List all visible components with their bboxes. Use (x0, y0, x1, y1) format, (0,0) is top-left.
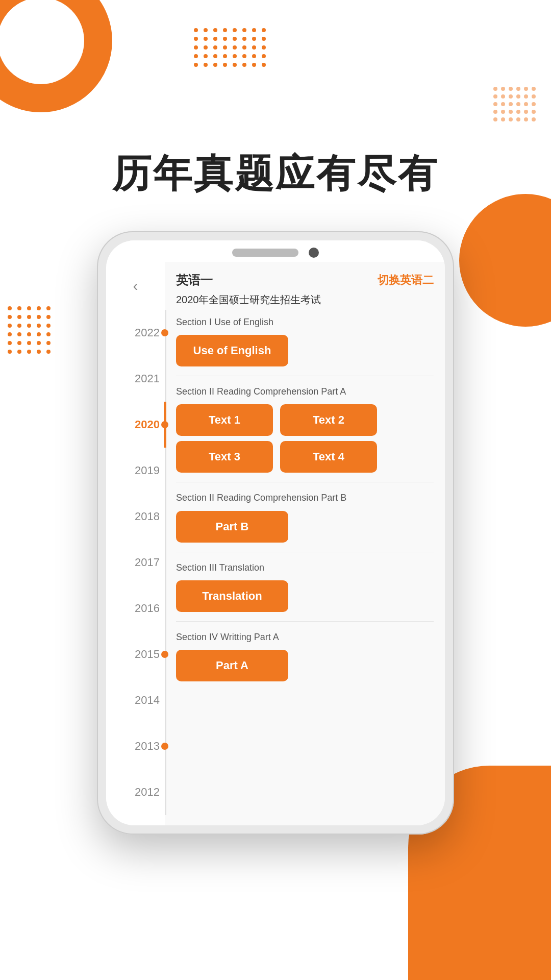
content-header: 英语一 切换英语二 (176, 272, 434, 288)
year-label-2021: 2021 (125, 372, 160, 385)
part-a-button[interactable]: Part A (176, 650, 288, 681)
section-5-buttons: Part A (176, 650, 434, 681)
year-item-2020[interactable]: 2020 (106, 402, 165, 448)
year-dot-2015 (161, 651, 168, 658)
year-label-2022: 2022 (125, 326, 160, 339)
divider-2 (176, 482, 434, 482)
year-label-2018: 2018 (125, 510, 160, 523)
year-item-2014[interactable]: 2014 (106, 677, 165, 723)
text4-button[interactable]: Text 4 (280, 441, 377, 473)
year-item-2017[interactable]: 2017 (106, 540, 165, 585)
exam-title: 2020年全国硕士研究生招生考试 (176, 292, 434, 307)
divider-4 (176, 621, 434, 622)
text2-button[interactable]: Text 2 (280, 404, 377, 436)
section-5-label: Section IV Writting Part A (176, 631, 434, 644)
back-arrow[interactable]: ‹ (133, 277, 138, 295)
year-dot-2022 (161, 329, 168, 336)
year-item-2019[interactable]: 2019 (106, 448, 165, 494)
translation-button[interactable]: Translation (176, 580, 288, 612)
year-item-2022[interactable]: 2022 (106, 310, 165, 356)
year-item-2015[interactable]: 2015 (106, 631, 165, 677)
section-3-buttons: Part B (176, 511, 434, 543)
divider-3 (176, 552, 434, 552)
year-label-2013: 2013 (125, 740, 160, 753)
phone-inner-screen: ‹ 2022 2021 20 (106, 240, 445, 825)
year-label-2019: 2019 (125, 464, 160, 477)
year-label-2020: 2020 (125, 418, 160, 431)
switch-language-button[interactable]: 切换英语二 (378, 273, 434, 288)
year-dot-2013 (161, 743, 168, 750)
use-of-english-button[interactable]: Use of English (176, 335, 288, 366)
page-title: 历年真题应有尽有 (0, 0, 551, 231)
year-list: 2022 2021 2020 (106, 310, 165, 815)
text1-button[interactable]: Text 1 (176, 404, 273, 436)
section-2-row2: Text 3 Text 4 (176, 441, 434, 473)
year-sidebar: ‹ 2022 2021 20 (106, 262, 165, 825)
year-label-2015: 2015 (125, 648, 160, 661)
phone-outer-frame: ‹ 2022 2021 20 (97, 231, 454, 835)
phone-mockup: ‹ 2022 2021 20 (0, 231, 551, 835)
phone-speaker (232, 249, 298, 257)
part-b-button[interactable]: Part B (176, 511, 288, 543)
year-item-2012[interactable]: 2012 (106, 769, 165, 815)
year-label-2016: 2016 (125, 602, 160, 615)
app-content: ‹ 2022 2021 20 (106, 262, 445, 825)
section-1-label: Section I Use of English (176, 316, 434, 329)
year-item-2018[interactable]: 2018 (106, 494, 165, 540)
section-2-label: Section II Reading Comprehension Part A (176, 385, 434, 398)
section-3-label: Section II Reading Comprehension Part B (176, 492, 434, 504)
phone-camera (309, 248, 319, 258)
text3-button[interactable]: Text 3 (176, 441, 273, 473)
section-1-buttons: Use of English (176, 335, 434, 366)
year-item-2013[interactable]: 2013 (106, 723, 165, 769)
main-content-area: 英语一 切换英语二 2020年全国硕士研究生招生考试 Section I Use… (165, 262, 445, 825)
year-item-2021[interactable]: 2021 (106, 356, 165, 402)
year-label-2014: 2014 (125, 694, 160, 707)
year-label-2012: 2012 (125, 786, 160, 799)
section-2-row1: Text 1 Text 2 (176, 404, 434, 436)
divider-1 (176, 376, 434, 376)
year-label-2017: 2017 (125, 556, 160, 569)
language-label: 英语一 (176, 272, 213, 288)
phone-notch-bar (106, 240, 445, 262)
section-4-label: Section III Translation (176, 561, 434, 574)
section-4-buttons: Translation (176, 580, 434, 612)
year-item-2016[interactable]: 2016 (106, 585, 165, 631)
year-dot-2020 (161, 421, 168, 428)
